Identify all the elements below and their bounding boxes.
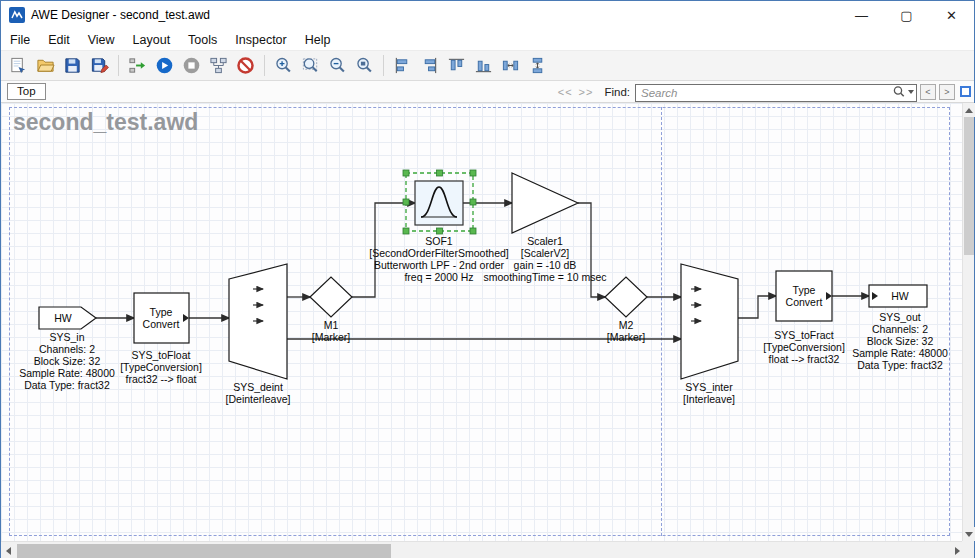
zoom-region-icon[interactable]: [297, 53, 324, 78]
menu-layout[interactable]: Layout: [124, 31, 180, 49]
block-scaler1[interactable]: [512, 173, 578, 233]
find-label: Find:: [604, 86, 630, 98]
toolbar-separator: [118, 55, 119, 76]
stop-icon[interactable]: [178, 53, 205, 78]
tab-find-row: Top << >> Find: < >: [1, 81, 974, 103]
sys-out-label: SYS_out Channels: 2 Block Size: 32 Sampl…: [852, 311, 948, 371]
sys-tofloat-label: SYS_toFloat [TypeConversion] fract32 -->…: [120, 349, 202, 385]
m2-label: M2 [Marker]: [607, 319, 646, 343]
align-top-icon[interactable]: [443, 53, 470, 78]
sys-in-label: SYS_in Channels: 2 Block Size: 32 Sample…: [19, 331, 115, 391]
toolbar-separator: [383, 55, 384, 76]
play-icon[interactable]: [151, 53, 178, 78]
minimize-button[interactable]: —: [839, 1, 884, 29]
scroll-down-icon[interactable]: [963, 527, 975, 541]
history-back-button[interactable]: <<: [558, 86, 573, 98]
m1-label: M1 [Marker]: [312, 319, 351, 343]
open-icon[interactable]: [32, 53, 59, 78]
scroll-up-icon[interactable]: [963, 103, 975, 117]
tab-top[interactable]: Top: [7, 83, 46, 100]
awe-logo-icon: [9, 7, 25, 23]
menu-view[interactable]: View: [79, 31, 124, 49]
sys-out-shape-label: HW: [891, 290, 909, 302]
menu-bar: File Edit View Layout Tools Inspector He…: [1, 29, 974, 51]
design-canvas[interactable]: second_test.awd: [1, 103, 964, 541]
zoom-in-icon[interactable]: [270, 53, 297, 78]
block-sys-inter[interactable]: [681, 264, 738, 379]
corner-button[interactable]: [960, 86, 971, 97]
menu-tools[interactable]: Tools: [179, 31, 226, 49]
vertical-scrollbar[interactable]: [962, 103, 974, 541]
align-bottom-icon[interactable]: [470, 53, 497, 78]
find-next-button[interactable]: >: [939, 84, 955, 100]
menu-edit[interactable]: Edit: [39, 31, 79, 49]
sys-tofloat-shape-label: Type Convert: [135, 306, 187, 330]
horizontal-scrollbar[interactable]: [1, 541, 964, 558]
wire[interactable]: [738, 296, 776, 318]
new-design-icon[interactable]: [5, 53, 32, 78]
sys-tofract-label: SYS_toFract [TypeConversion] float --> f…: [763, 329, 845, 365]
sys-in-shape-label: HW: [54, 312, 72, 324]
scroll-left-icon[interactable]: [1, 542, 15, 558]
menu-file[interactable]: File: [1, 31, 39, 49]
distribute-vertical-icon[interactable]: [524, 53, 551, 78]
title-bar: AWE Designer - second_test.awd — ▢ ✕: [1, 1, 974, 29]
sys-tofract-shape-label: Type Convert: [778, 284, 830, 308]
search-input[interactable]: [635, 84, 917, 102]
scrollbar-corner: [962, 541, 974, 558]
align-left-icon[interactable]: [389, 53, 416, 78]
profile-icon[interactable]: [205, 53, 232, 78]
sys-deint-label: SYS_deint [Deinterleave]: [226, 381, 291, 405]
zoom-out-icon[interactable]: [324, 53, 351, 78]
awe-designer-window: AWE Designer - second_test.awd — ▢ ✕ Fil…: [0, 0, 975, 558]
block-m2[interactable]: [605, 277, 647, 317]
toolbar: [1, 51, 974, 81]
scaler1-label: Scaler1 [ScalerV2] gain = -10 dB smoothi…: [483, 235, 606, 283]
block-m1[interactable]: [310, 277, 352, 317]
toolbar-separator: [264, 55, 265, 76]
search-box: [635, 83, 917, 101]
build-icon[interactable]: [124, 53, 151, 78]
distribute-horizontal-icon[interactable]: [497, 53, 524, 78]
save-icon[interactable]: [59, 53, 86, 78]
vertical-scrollbar-thumb[interactable]: [964, 117, 974, 255]
search-options-caret-icon[interactable]: [908, 90, 914, 94]
maximize-button[interactable]: ▢: [884, 1, 929, 29]
find-previous-button[interactable]: <: [920, 84, 936, 100]
halt-icon[interactable]: [232, 53, 259, 78]
menu-help[interactable]: Help: [296, 31, 340, 49]
block-sof1[interactable]: [406, 173, 473, 231]
close-button[interactable]: ✕: [929, 1, 974, 29]
zoom-all-icon[interactable]: [351, 53, 378, 78]
save-as-icon[interactable]: [86, 53, 113, 78]
window-title: AWE Designer - second_test.awd: [31, 8, 839, 22]
horizontal-scrollbar-thumb[interactable]: [17, 544, 391, 558]
search-icon[interactable]: [892, 85, 906, 99]
menu-inspector[interactable]: Inspector: [226, 31, 295, 49]
history-forward-button[interactable]: >>: [579, 86, 594, 98]
align-right-icon[interactable]: [416, 53, 443, 78]
sys-inter-label: SYS_inter [Interleave]: [683, 381, 735, 405]
